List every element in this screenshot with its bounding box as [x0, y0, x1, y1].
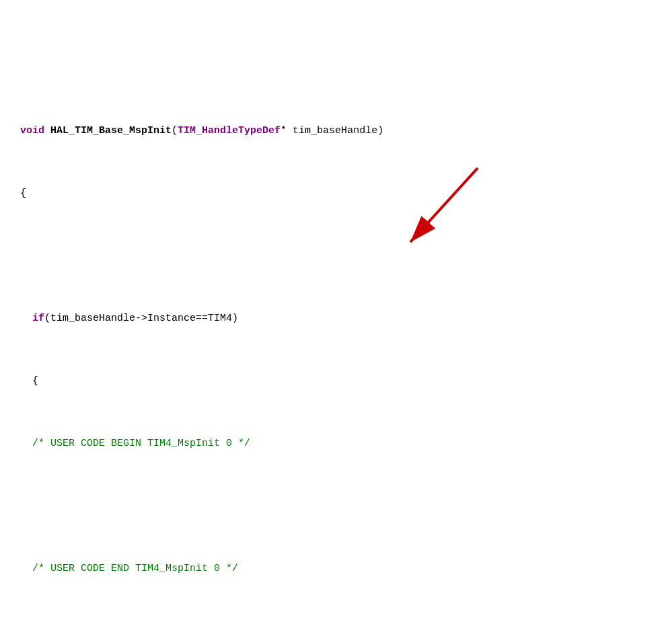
code-line-6: /* USER CODE BEGIN TIM4_MspInit 0 */: [20, 436, 652, 451]
code-line-5: {: [20, 373, 652, 389]
code-line-3: [20, 248, 652, 264]
code-line-4: if(tim_baseHandle->Instance==TIM4): [20, 311, 652, 326]
code-line-2: {: [20, 186, 652, 201]
code-line-7: [20, 498, 652, 514]
code-line-8: /* USER CODE END TIM4_MspInit 0 */: [20, 561, 652, 576]
svg-line-1: [410, 168, 478, 242]
code-line-1: void HAL_TIM_Base_MspInit(TIM_HandleType…: [20, 123, 652, 139]
code-container: void HAL_TIM_Base_MspInit(TIM_HandleType…: [20, 13, 652, 622]
